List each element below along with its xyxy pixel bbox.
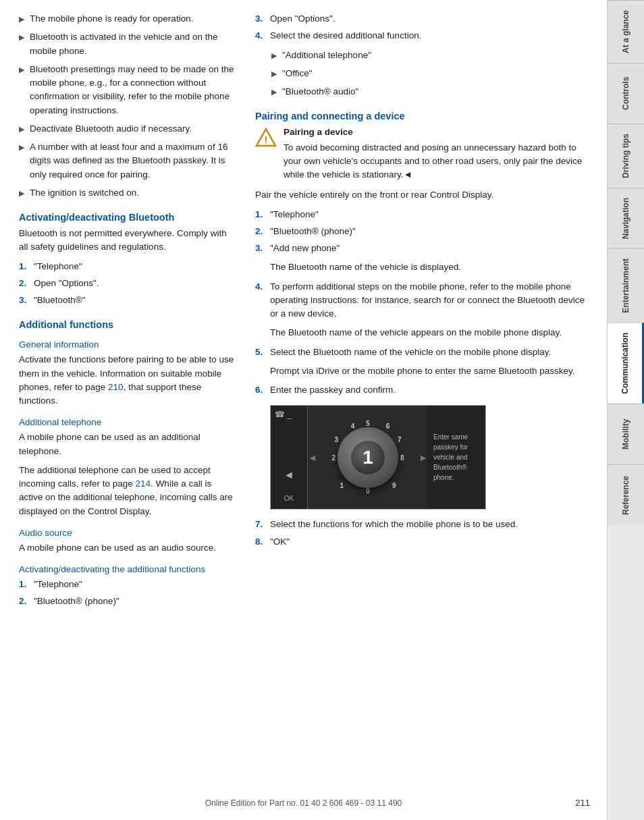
step-text: To perform additional steps on the mobil… (270, 280, 588, 321)
step-text: "Telephone" (270, 208, 319, 221)
sidebar-tabs: At a glance Controls Driving tips Naviga… (607, 0, 644, 820)
step-item: 2. "Bluetooth® (phone)" (255, 225, 588, 238)
sidebar-tab-label: At a glance (621, 10, 630, 53)
pairing-step-4: 4. To perform additional steps on the mo… (255, 280, 588, 321)
sidebar-item-communication[interactable]: Communication (608, 323, 644, 404)
idrive-screen: ☎ _ ◄ OK 5 4 6 3 7 2 8 (270, 405, 486, 510)
sidebar-tab-label: Reference (621, 475, 630, 514)
step-number: 3. (255, 12, 266, 26)
bullet-arrow-icon: ▶ (19, 13, 24, 26)
list-item: ▶ Deactivate Bluetooth audio if necessar… (19, 122, 235, 136)
step-number: 2. (19, 277, 30, 290)
step-text: "Telephone" (34, 578, 82, 591)
warning-box: ! Pairing a device To avoid becoming dis… (255, 126, 588, 182)
bullet-arrow-icon: ▶ (19, 142, 24, 182)
list-item: ▶ "Bluetooth® audio" (271, 85, 588, 99)
prereq-bullet-list: ▶ The mobile phone is ready for operatio… (19, 12, 235, 200)
list-item-text: A number with at least four and a maximu… (30, 140, 235, 182)
sidebar-tab-label: Communication (620, 333, 630, 394)
sidebar-item-entertainment[interactable]: Entertainment (608, 248, 644, 323)
screen-ok-label: OK (284, 495, 294, 502)
sidebar-item-driving-tips[interactable]: Driving tips (608, 124, 644, 188)
step-item: 3. "Add new phone" (255, 242, 588, 255)
main-content: ▶ The mobile phone is ready for operatio… (0, 0, 607, 820)
sidebar-item-at-a-glance[interactable]: At a glance (608, 0, 644, 63)
list-item: ▶ The ignition is switched on. (19, 186, 235, 200)
num-0: 0 (366, 487, 370, 495)
pairing-steps-78: 7. Select the functions for which the mo… (255, 518, 588, 549)
bullet-arrow-icon: ▶ (271, 50, 277, 62)
sub-additional-telephone-heading: Additional telephone (19, 417, 235, 427)
page-wrapper: ▶ The mobile phone is ready for operatio… (0, 0, 644, 820)
list-item-text: "Office" (282, 67, 313, 80)
general-info-text: Activate the functions before pairing to… (19, 353, 235, 408)
list-item: ▶ Bluetooth presettings may need to be m… (19, 63, 235, 117)
page-link-210[interactable]: 210 (108, 382, 124, 392)
list-item-text: The ignition is switched on. (30, 186, 139, 200)
idrive-knob[interactable]: 1 (338, 427, 398, 488)
pairing-intro: Pair the vehicle entirely on the front o… (255, 188, 588, 202)
step-item: 4. To perform additional steps on the mo… (255, 280, 588, 321)
warning-triangle-icon: ! (255, 127, 277, 148)
screen-right-arrow-icon: ► (419, 452, 428, 463)
continued-steps: 3. Open "Options". 4. Select the desired… (255, 12, 588, 43)
sidebar-item-reference[interactable]: Reference (608, 464, 644, 525)
sidebar-item-navigation[interactable]: Navigation (608, 188, 644, 248)
step-item: 1. "Telephone" (19, 578, 235, 591)
bullet-arrow-icon: ▶ (19, 32, 24, 58)
sidebar-tab-label: Navigation (621, 198, 630, 239)
step4-sub-items: ▶ "Additional telephone" ▶ "Office" ▶ "B… (255, 49, 588, 99)
step-text: "Add new phone" (270, 242, 340, 255)
step-text: Enter the passkey and confirm. (270, 383, 396, 397)
bullet-arrow-icon: ▶ (19, 64, 24, 117)
step-number: 1. (19, 578, 30, 591)
pairing-step-6: 6. Enter the passkey and confirm. (255, 383, 588, 397)
step-number: 7. (255, 518, 266, 531)
step-text: "Telephone" (34, 260, 82, 273)
step-item: 7. Select the functions for which the mo… (255, 518, 588, 531)
step-item: 2. "Bluetooth® (phone)" (19, 595, 235, 608)
step-item: 3. Open "Options". (255, 12, 588, 26)
step-item: 6. Enter the passkey and confirm. (255, 383, 588, 397)
pairing-step-5: 5. Select the Bluetooth name of the vehi… (255, 346, 588, 359)
list-item: ▶ Bluetooth is activated in the vehicle … (19, 30, 235, 58)
screen-right-text: Enter same passkey for vehicle and Bluet… (433, 432, 480, 483)
step-text: "Bluetooth® (phone)" (34, 595, 119, 608)
activating-steps: 1. "Telephone" 2. "Bluetooth® (phone)" (19, 578, 235, 609)
sidebar-tab-label: Driving tips (621, 134, 630, 178)
list-item-text: Bluetooth is activated in the vehicle an… (30, 30, 235, 58)
step-item: 2. Open "Options". (19, 277, 235, 290)
screen-phone-icon: ☎ _ (275, 410, 292, 419)
step-text: Select the Bluetooth name of the vehicle… (270, 346, 551, 359)
list-item-text: "Additional telephone" (282, 49, 371, 62)
num-8: 8 (400, 454, 404, 461)
num-2: 2 (332, 454, 336, 461)
bullet-arrow-icon: ▶ (271, 86, 277, 99)
step-number: 1. (19, 260, 30, 273)
step-number: 3. (255, 242, 266, 255)
list-item-text: The mobile phone is ready for operation. (30, 12, 193, 26)
sub-activating-heading: Activating/deactivating the additional f… (19, 564, 235, 574)
sidebar-item-mobility[interactable]: Mobility (608, 404, 644, 464)
pairing-steps-123: 1. "Telephone" 2. "Bluetooth® (phone)" 3… (255, 208, 588, 256)
step-text: Open "Options". (34, 277, 99, 290)
page-link-214[interactable]: 214 (136, 479, 151, 489)
step-text: Select the functions for which the mobil… (270, 518, 518, 531)
step-number: 8. (255, 535, 266, 549)
warning-body: To avoid becoming distracted and posing … (284, 142, 582, 180)
step-text: "Bluetooth® (phone)" (270, 225, 356, 238)
sidebar-item-controls[interactable]: Controls (608, 63, 644, 124)
svg-text:!: ! (265, 134, 268, 145)
list-item: ▶ A number with at least four and a maxi… (19, 140, 235, 182)
list-item-text: Bluetooth presettings may need to be mad… (30, 63, 235, 117)
step-number: 3. (19, 294, 30, 307)
sidebar-tab-label: Mobility (621, 419, 630, 449)
step-number: 5. (255, 346, 266, 359)
sidebar-tab-label: Entertainment (621, 258, 630, 313)
step-number: 4. (255, 29, 266, 43)
right-column: 3. Open "Options". 4. Select the desired… (248, 12, 588, 793)
step-text: "Bluetooth®" (34, 294, 86, 307)
add-tel-para2: The additional telephone can be used to … (19, 464, 235, 518)
bluetooth-intro: Bluetooth is not permitted everywhere. C… (19, 227, 235, 254)
step-number: 6. (255, 383, 266, 397)
